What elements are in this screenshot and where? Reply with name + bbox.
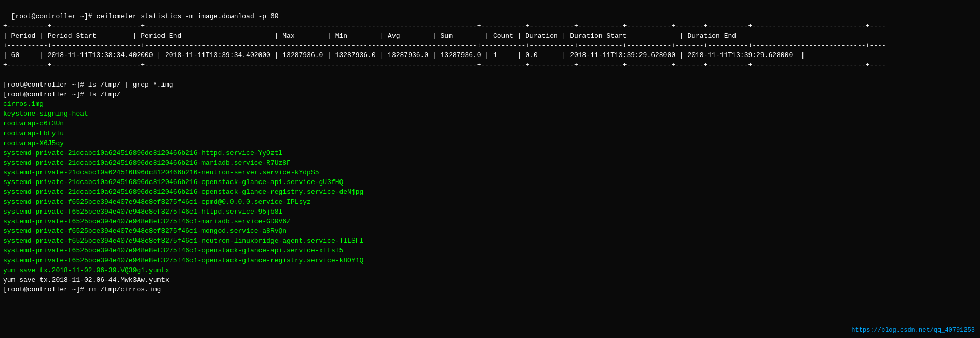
line-11: keystone-signing-heat xyxy=(3,110,88,118)
line-5b: 18-11-11T13:39:29.628000 | xyxy=(696,51,805,59)
line-13: rootwrap-LbLylu xyxy=(3,130,64,137)
line-29: [root@controller ~]# rm /tmp/cirros.img xyxy=(3,286,161,293)
line-18: systemd-private-21dcabc10a624516896dc812… xyxy=(3,178,343,186)
line-2: +----------+----------------------+-----… xyxy=(3,22,886,30)
line-14: rootwrap-X6J5qy xyxy=(3,139,64,147)
line-17: systemd-private-21dcabc10a624516896dc812… xyxy=(3,168,319,176)
line-19: systemd-private-21dcabc10a624516896dc812… xyxy=(3,188,363,196)
line-8: [root@controller ~]# ls /tmp/ | grep *.i… xyxy=(3,81,173,89)
watermark: https://blog.csdn.net/qq_40791253 xyxy=(851,327,975,334)
line-24: systemd-private-f6525bce394e407e948e8ef3… xyxy=(3,237,363,245)
line-21: systemd-private-f6525bce394e407e948e8ef3… xyxy=(3,208,282,216)
line-12: rootwrap-c6i3Un xyxy=(3,120,64,128)
line-3: | Period | Period Start | Period End | M… xyxy=(3,32,696,40)
line-27: yum_save_tx.2018-11-02.06-39.VQ39g1.yumt… xyxy=(3,266,169,274)
line-22: systemd-private-f6525bce394e407e948e8ef3… xyxy=(3,218,291,226)
line-28: yum_save_tx.2018-11-02.06-44.Mwk3Aw.yumt… xyxy=(3,276,169,284)
line-6: +----------+----------------------+-----… xyxy=(3,61,886,69)
line-16: systemd-private-21dcabc10a624516896dc812… xyxy=(3,159,291,167)
line-25: systemd-private-f6525bce394e407e948e8ef3… xyxy=(3,247,343,255)
line-1: [root@controller ~]# ceilometer statisti… xyxy=(11,12,279,20)
line-4: +----------+----------------------+-----… xyxy=(3,41,886,49)
line-23: systemd-private-f6525bce394e407e948e8ef3… xyxy=(3,227,287,235)
line-9: [root@controller ~]# ls /tmp/ xyxy=(3,91,120,98)
terminal-window: [root@controller ~]# ceilometer statisti… xyxy=(0,0,980,297)
line-10: cirros.img xyxy=(3,100,44,108)
line-26: systemd-private-f6525bce394e407e948e8ef3… xyxy=(3,257,363,264)
line-3b: ration End xyxy=(696,32,736,40)
line-15: systemd-private-21dcabc10a624516896dc812… xyxy=(3,149,282,157)
line-20: systemd-private-f6525bce394e407e948e8ef3… xyxy=(3,198,311,206)
line-5: | 60 | 2018-11-11T13:38:34.402000 | 2018… xyxy=(3,51,696,59)
